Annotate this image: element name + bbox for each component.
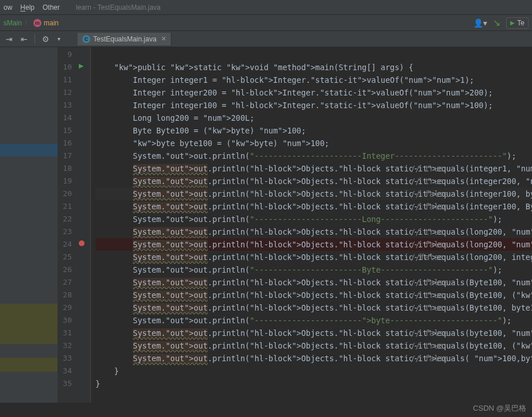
line-number[interactable]: 11 [58, 74, 72, 86]
line-number[interactable]: 23 [58, 225, 72, 238]
line-number[interactable]: 34 [58, 365, 72, 377]
code-line[interactable]: Integer integer100 = "hl-block">Integer.… [95, 99, 532, 112]
build-icon[interactable]: ↘ [493, 17, 500, 28]
file-tab-label: TestEqualsMain.java [93, 35, 156, 43]
line-number[interactable]: 32 [58, 339, 72, 352]
run-config[interactable]: ▶ Te [506, 17, 529, 29]
menu-ow[interactable]: ow [3, 3, 12, 12]
collapse-icon[interactable]: ⇥ [3, 33, 15, 45]
code-line[interactable]: System."out">out.println("hl-block">Obje… [95, 162, 532, 175]
code-line[interactable]: System."out">out.println("hl-block">Obje… [95, 327, 532, 339]
watermark: CSDN @吴巴格 [473, 403, 526, 414]
menu-other[interactable]: Other [43, 3, 60, 12]
code-area[interactable]: "kw">public "kw">static "kw">void "metho… [91, 47, 532, 403]
window-title: learn - TestEqualsMain.java [76, 3, 160, 12]
code-line[interactable]: Long long200 = "num">200L; [95, 112, 532, 124]
code-line[interactable]: System."out">out.println("--------------… [95, 213, 532, 225]
stripe-mark [0, 144, 58, 156]
code-line[interactable]: System."out">out.println("hl-block">Obje… [95, 301, 532, 314]
navbar: sMain 〉 m main 👤▾ ↘ ▶ Te [0, 15, 532, 31]
breadcrumb[interactable]: sMain 〉 m main [3, 18, 59, 28]
line-number[interactable]: 15 [58, 124, 72, 137]
line-number[interactable]: 30 [58, 314, 72, 327]
menubar: ow Help Other learn - TestEqualsMain.jav… [0, 0, 532, 15]
code-line[interactable]: System."out">out.println("hl-block">Obje… [95, 339, 532, 352]
line-number[interactable]: 27 [58, 276, 72, 289]
line-number[interactable]: 13 [58, 99, 72, 112]
code-line[interactable]: System."out">out.println("hl-block">Obje… [95, 200, 532, 213]
run-tri-icon: ▶ [510, 20, 515, 26]
toolbar: ⇥ ⇤ ⚙ ▾ C TestEqualsMain.java ✕ [0, 31, 532, 47]
breakpoint-icon[interactable] [79, 240, 85, 246]
menu-help[interactable]: Help [20, 3, 35, 12]
code-line[interactable]: System."out">out.println("--------------… [95, 150, 532, 162]
user-add-icon[interactable]: 👤▾ [473, 18, 487, 28]
run-gutter-icon[interactable]: ▶ [79, 62, 83, 70]
line-number[interactable]: 16 [58, 137, 72, 150]
line-number[interactable]: 18 [58, 162, 72, 175]
breadcrumb-method[interactable]: main [44, 19, 59, 27]
code-line[interactable]: Integer integer200 = "hl-block">Integer.… [95, 86, 532, 99]
nav-right: 👤▾ ↘ ▶ Te [473, 17, 529, 29]
divider [35, 34, 35, 44]
code-line[interactable]: } [95, 365, 532, 377]
breadcrumb-sep: 〉 [24, 18, 31, 28]
left-stripe [0, 47, 58, 403]
line-number[interactable]: 28 [58, 289, 72, 301]
line-number[interactable]: 33 [58, 352, 72, 365]
code-line[interactable]: "kw">byte byte100 = ("kw">byte) "num">10… [95, 137, 532, 150]
code-line[interactable]: System."out">out.println("hl-block">Obje… [95, 251, 532, 263]
method-icon: m [33, 19, 41, 27]
expand-icon[interactable]: ⇤ [18, 33, 30, 45]
line-number[interactable]: 29 [58, 301, 72, 314]
line-number[interactable]: 10 [58, 61, 72, 74]
line-number[interactable]: 25 [58, 251, 72, 263]
code-line[interactable]: System."out">out.println("hl-block">Obje… [95, 352, 532, 365]
editor: 9101112131415161718192021222324252627282… [0, 47, 532, 403]
code-line[interactable]: "kw">public "kw">static "kw">void "metho… [95, 61, 532, 74]
code-line[interactable]: Integer integer1 = "hl-block">Integer."s… [95, 74, 532, 86]
line-number[interactable]: 9 [58, 48, 72, 61]
code-line[interactable]: System."out">out.println("--------------… [95, 263, 532, 276]
line-number[interactable]: 17 [58, 150, 72, 162]
java-class-icon: C [82, 35, 90, 43]
code-line[interactable]: System."out">out.println("hl-block">Obje… [95, 289, 532, 301]
breadcrumb-class[interactable]: sMain [3, 19, 22, 27]
code-line[interactable]: Byte Byte100 = ("kw">byte) "num">100; [95, 124, 532, 137]
run-config-label: Te [517, 19, 525, 27]
code-line[interactable] [95, 48, 532, 61]
code-line[interactable]: } [95, 377, 532, 390]
line-number[interactable]: 22 [58, 213, 72, 225]
code-line[interactable]: System."out">out.println("hl-block">Obje… [95, 175, 532, 188]
code-line[interactable]: System."out">out.println("hl-block">Obje… [95, 188, 532, 200]
stripe-mark [0, 358, 58, 372]
line-number[interactable]: 20 [58, 188, 72, 200]
stripe-mark [0, 304, 58, 344]
line-number[interactable]: 12 [58, 86, 72, 99]
line-number[interactable]: 19 [58, 175, 72, 188]
settings-icon[interactable]: ⚙ [40, 33, 52, 45]
settings-chevron-icon[interactable]: ▾ [55, 35, 63, 43]
line-number[interactable]: 31 [58, 327, 72, 339]
line-number[interactable]: 24 [58, 238, 72, 251]
line-number[interactable]: 14 [58, 112, 72, 124]
code-line[interactable]: System."out">out.println("hl-block">Obje… [95, 238, 532, 251]
icon-gutter[interactable]: ▶ [76, 47, 91, 403]
code-line[interactable]: System."out">out.println("hl-block">Obje… [95, 225, 532, 238]
line-number-gutter[interactable]: 9101112131415161718192021222324252627282… [58, 47, 76, 403]
code-line[interactable]: System."out">out.println("--------------… [95, 314, 532, 327]
line-number[interactable]: 26 [58, 263, 72, 276]
close-icon[interactable]: ✕ [161, 35, 166, 43]
line-number[interactable]: 35 [58, 377, 72, 390]
code-line[interactable]: System."out">out.println("hl-block">Obje… [95, 276, 532, 289]
line-number[interactable]: 21 [58, 200, 72, 213]
file-tab[interactable]: C TestEqualsMain.java ✕ [78, 33, 171, 45]
